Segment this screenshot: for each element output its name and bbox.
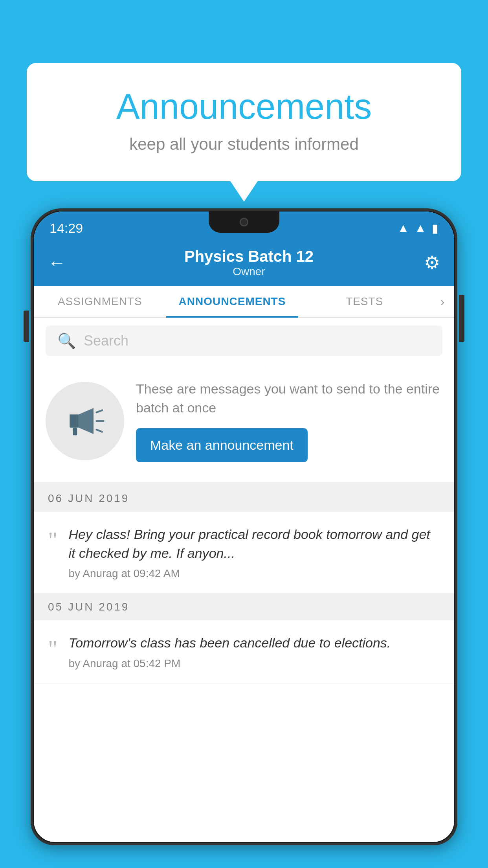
- signal-icon: ▲: [415, 221, 426, 235]
- bubble-subtitle: keep all your students informed: [50, 135, 438, 154]
- bubble-title: Announcements: [50, 86, 438, 127]
- tab-assignments[interactable]: ASSIGNMENTS: [34, 286, 166, 317]
- camera: [240, 218, 248, 226]
- gear-icon[interactable]: ⚙: [424, 252, 440, 273]
- status-time: 14:29: [50, 221, 83, 236]
- announcement-meta-2: by Anurag at 05:42 PM: [69, 657, 440, 670]
- announcement-item-1[interactable]: " Hey class! Bring your practical record…: [34, 512, 454, 594]
- date-separator-2: 05 JUN 2019: [34, 594, 454, 620]
- app-header: ← Physics Batch 12 Owner ⚙: [34, 239, 454, 286]
- announcement-content-2: Tomorrow's class has been cancelled due …: [69, 634, 440, 670]
- search-bar[interactable]: 🔍 Search: [46, 326, 442, 356]
- quote-icon-1: ": [48, 528, 58, 552]
- promo-icon-circle: [46, 382, 124, 460]
- quote-icon-2: ": [48, 637, 58, 660]
- header-title: Physics Batch 12: [74, 248, 424, 265]
- svg-line-4: [97, 430, 102, 432]
- promo-description: These are messages you want to send to t…: [136, 380, 442, 417]
- announcement-text-2: Tomorrow's class has been cancelled due …: [69, 634, 440, 653]
- make-announcement-button[interactable]: Make an announcement: [136, 428, 308, 462]
- announcement-item-2[interactable]: " Tomorrow's class has been cancelled du…: [34, 620, 454, 684]
- phone-wrapper: 14:29 ▲ ▲ ▮ ← Physics Batch 12 Owner ⚙: [31, 208, 457, 868]
- tab-more[interactable]: ›: [431, 286, 454, 317]
- tabs-bar: ASSIGNMENTS ANNOUNCEMENTS TESTS ›: [34, 286, 454, 318]
- search-input[interactable]: Search: [84, 333, 128, 349]
- announcement-card: Announcements keep all your students inf…: [27, 63, 461, 181]
- announcement-content-1: Hey class! Bring your practical record b…: [69, 525, 440, 580]
- date-label-2: 05 JUN 2019: [48, 601, 129, 613]
- megaphone-icon: [63, 399, 106, 443]
- promo-section: These are messages you want to send to t…: [34, 364, 454, 485]
- date-label-1: 06 JUN 2019: [48, 492, 129, 504]
- search-container: 🔍 Search: [34, 318, 454, 364]
- tab-tests[interactable]: TESTS: [298, 286, 431, 317]
- svg-rect-5: [73, 428, 77, 436]
- date-separator-1: 06 JUN 2019: [34, 485, 454, 512]
- phone-outer: 14:29 ▲ ▲ ▮ ← Physics Batch 12 Owner ⚙: [31, 208, 457, 845]
- wifi-icon: ▲: [398, 221, 409, 235]
- battery-icon: ▮: [432, 221, 438, 235]
- promo-content: These are messages you want to send to t…: [136, 380, 442, 462]
- header-subtitle: Owner: [74, 265, 424, 278]
- phone-notch: [209, 211, 279, 233]
- speech-bubble: Announcements keep all your students inf…: [27, 63, 461, 181]
- announcement-meta-1: by Anurag at 09:42 AM: [69, 567, 440, 580]
- announcement-text-1: Hey class! Bring your practical record b…: [69, 525, 440, 563]
- back-button[interactable]: ←: [48, 252, 66, 273]
- header-title-area: Physics Batch 12 Owner: [74, 248, 424, 278]
- tab-announcements[interactable]: ANNOUNCEMENTS: [166, 286, 299, 317]
- search-icon: 🔍: [57, 332, 76, 349]
- svg-line-2: [97, 410, 102, 413]
- phone-screen: 14:29 ▲ ▲ ▮ ← Physics Batch 12 Owner ⚙: [34, 211, 454, 842]
- status-icons: ▲ ▲ ▮: [398, 221, 438, 235]
- svg-rect-1: [70, 415, 79, 428]
